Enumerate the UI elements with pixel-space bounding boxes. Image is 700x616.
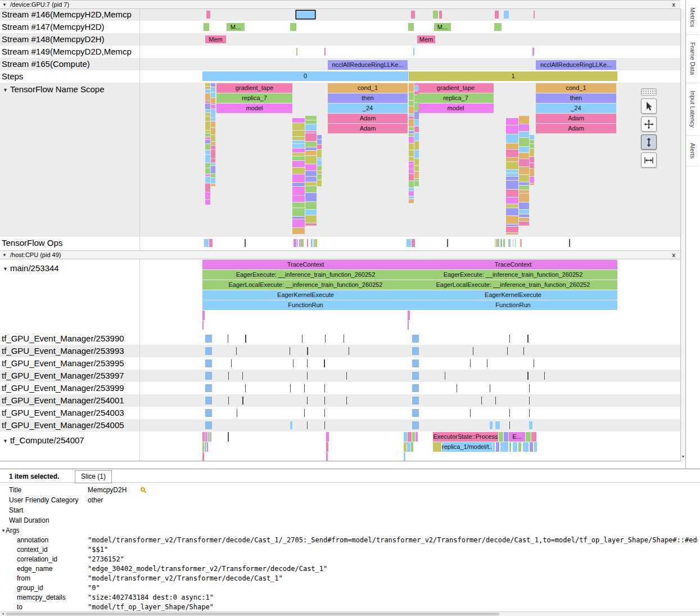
trace-slice[interactable] — [292, 141, 305, 143]
trace-slice[interactable] — [496, 239, 496, 247]
trace-slice[interactable] — [495, 239, 495, 247]
trace-slice[interactable] — [205, 155, 210, 163]
trace-slice[interactable] — [530, 177, 534, 183]
trace-slice[interactable] — [292, 137, 305, 140]
trace-slice[interactable] — [211, 184, 215, 186]
trace-slice[interactable] — [305, 151, 317, 155]
event-marker[interactable] — [344, 335, 344, 343]
trace-slice[interactable] — [292, 196, 305, 202]
collapse-arrow-icon[interactable]: ▼ — [2, 1, 7, 9]
trace-slice[interactable] — [409, 114, 414, 116]
slice-cond-1[interactable]: cond_1 — [328, 83, 408, 93]
event-marker[interactable] — [307, 397, 308, 404]
trace-slice[interactable] — [513, 239, 513, 247]
trace-slice[interactable] — [404, 452, 405, 461]
trace-slice[interactable] — [205, 177, 210, 183]
trace-slice[interactable] — [519, 132, 529, 137]
trace-slice[interactable] — [414, 127, 419, 132]
event-marker[interactable] — [290, 384, 291, 392]
trace-slice[interactable] — [531, 432, 536, 442]
slice-eager-kernel-execute[interactable]: EagerKernelExecute — [202, 290, 409, 300]
trace-slice[interactable] — [205, 137, 210, 140]
slice-executor-state[interactable]: ExecutorState::Process — [433, 432, 498, 442]
event-marker[interactable] — [544, 372, 545, 380]
trace-slice[interactable] — [228, 432, 229, 442]
trace-slice[interactable] — [211, 163, 215, 165]
trace-slice[interactable] — [292, 144, 305, 148]
trace-slice[interactable] — [293, 239, 295, 247]
collapse-arrow-icon[interactable]: ▼ — [3, 84, 8, 95]
event-marker[interactable] — [304, 409, 305, 417]
trace-slice[interactable] — [204, 239, 209, 247]
trace-slice[interactable] — [409, 134, 414, 136]
trace-slice[interactable] — [506, 233, 518, 235]
trace-slice[interactable] — [414, 83, 419, 86]
slice-then[interactable]: then — [536, 93, 616, 103]
trace-slice[interactable] — [413, 48, 414, 56]
trace-slice[interactable] — [530, 163, 534, 168]
drag-handle[interactable] — [641, 88, 657, 96]
trace-slice[interactable] — [205, 133, 210, 137]
pan-tool-button[interactable] — [641, 116, 657, 132]
timing-tool-button[interactable] — [641, 152, 657, 168]
trace-slice[interactable] — [317, 174, 322, 179]
trace-slice[interactable] — [530, 157, 534, 163]
trace-slice[interactable] — [210, 432, 211, 442]
trace-slice[interactable] — [499, 239, 499, 247]
trace-slice[interactable] — [205, 174, 210, 176]
trace-slice[interactable] — [414, 150, 419, 158]
trace-slice[interactable] — [207, 442, 208, 452]
event-marker[interactable] — [307, 347, 308, 355]
event-marker[interactable] — [412, 421, 419, 429]
trace-slice[interactable] — [534, 11, 535, 19]
trace-slice[interactable] — [205, 101, 210, 103]
event-marker[interactable] — [527, 335, 529, 343]
trace-slice[interactable] — [519, 159, 529, 167]
close-button[interactable]: x — [672, 1, 676, 8]
trace-slice[interactable] — [326, 432, 329, 442]
trace-slice[interactable] — [414, 111, 419, 119]
event-marker[interactable] — [481, 397, 482, 404]
trace-slice[interactable] — [519, 147, 529, 152]
trace-slice[interactable] — [414, 172, 419, 178]
trace-slice[interactable] — [409, 164, 414, 169]
trace-slice[interactable] — [205, 110, 210, 113]
trace-slice[interactable] — [292, 219, 305, 227]
trace-slice[interactable] — [504, 432, 508, 442]
trace-slice[interactable] — [211, 150, 215, 158]
slice-memcpy-h2d[interactable]: M... — [227, 23, 245, 31]
trace-slice[interactable] — [519, 190, 529, 193]
slice-24[interactable]: _24 — [328, 104, 408, 113]
trace-slice[interactable] — [205, 131, 210, 133]
event-marker[interactable] — [412, 372, 419, 380]
trace-slice[interactable] — [496, 239, 498, 247]
trace-slice[interactable] — [506, 190, 518, 197]
trace-slice[interactable] — [569, 239, 570, 247]
slice-nccl-all-reduce[interactable]: ncclAllReduceRingLLKe... — [536, 60, 616, 70]
tab-alerts[interactable]: Alerts — [686, 136, 699, 167]
trace-slice[interactable] — [211, 105, 215, 109]
trace-slice[interactable] — [202, 442, 204, 452]
trace-slice[interactable] — [409, 174, 414, 181]
event-marker[interactable] — [242, 397, 243, 404]
event-marker[interactable] — [307, 359, 308, 367]
trace-slice[interactable] — [317, 160, 322, 165]
event-marker[interactable] — [324, 384, 325, 392]
trace-slice[interactable] — [409, 119, 414, 127]
selection-tool-button[interactable] — [641, 98, 657, 114]
trace-slice[interactable] — [205, 89, 210, 93]
trace-slice[interactable] — [411, 442, 413, 452]
trace-slice[interactable] — [409, 116, 414, 119]
trace-slice[interactable] — [202, 452, 204, 461]
event-marker[interactable] — [412, 359, 419, 367]
event-marker[interactable] — [205, 335, 212, 343]
trace-slice[interactable] — [409, 191, 414, 196]
trace-slice[interactable] — [305, 133, 317, 141]
tab-slice[interactable]: Slice (1) — [75, 470, 112, 483]
event-marker[interactable] — [534, 359, 534, 367]
trace-slice[interactable] — [412, 239, 415, 247]
event-marker[interactable] — [490, 421, 493, 429]
trace-slice[interactable] — [519, 210, 529, 214]
trace-slice[interactable] — [292, 149, 305, 152]
trace-slice[interactable] — [408, 23, 414, 31]
